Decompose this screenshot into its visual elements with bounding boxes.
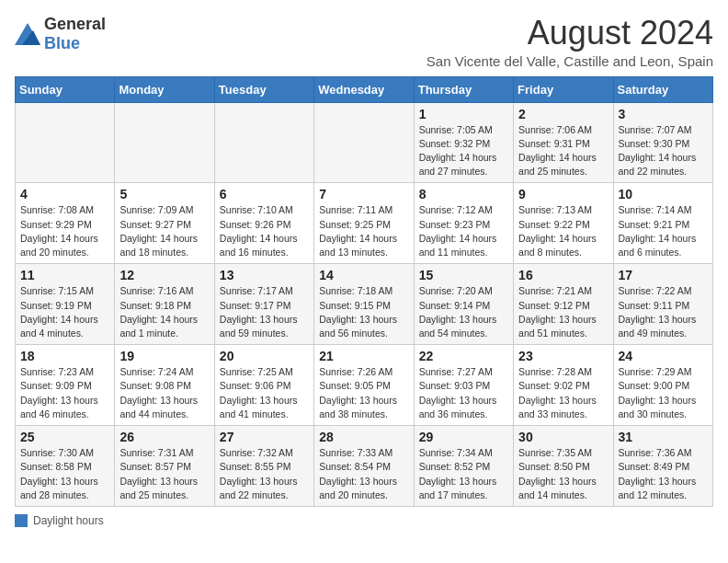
calendar-cell: 23Sunrise: 7:28 AMSunset: 9:02 PMDayligh… xyxy=(514,345,613,426)
day-info: Sunrise: 7:11 AMSunset: 9:25 PMDaylight:… xyxy=(319,203,408,259)
day-info: Sunrise: 7:36 AMSunset: 8:49 PMDaylight:… xyxy=(619,446,708,502)
day-info: Sunrise: 7:26 AMSunset: 9:05 PMDaylight:… xyxy=(319,365,408,421)
calendar-cell xyxy=(314,102,414,183)
day-info: Sunrise: 7:05 AMSunset: 9:32 PMDaylight:… xyxy=(419,123,508,179)
day-number: 17 xyxy=(619,268,708,282)
footer-note: Daylight hours xyxy=(15,514,713,527)
day-info: Sunrise: 7:15 AMSunset: 9:19 PMDaylight:… xyxy=(20,284,109,340)
calendar-week-row: 1Sunrise: 7:05 AMSunset: 9:32 PMDaylight… xyxy=(16,102,713,183)
day-info: Sunrise: 7:30 AMSunset: 8:58 PMDaylight:… xyxy=(20,446,109,502)
day-number: 1 xyxy=(419,107,508,121)
logo-icon xyxy=(15,23,40,45)
calendar-week-row: 18Sunrise: 7:23 AMSunset: 9:09 PMDayligh… xyxy=(16,345,713,426)
calendar-cell: 31Sunrise: 7:36 AMSunset: 8:49 PMDayligh… xyxy=(613,426,712,507)
calendar-cell xyxy=(115,102,214,183)
day-number: 15 xyxy=(419,268,508,282)
calendar-cell: 2Sunrise: 7:06 AMSunset: 9:31 PMDaylight… xyxy=(514,102,613,183)
calendar-cell: 26Sunrise: 7:31 AMSunset: 8:57 PMDayligh… xyxy=(115,426,214,507)
day-info: Sunrise: 7:24 AMSunset: 9:08 PMDaylight:… xyxy=(119,365,209,421)
calendar-cell: 13Sunrise: 7:17 AMSunset: 9:17 PMDayligh… xyxy=(214,264,313,345)
calendar-cell: 22Sunrise: 7:27 AMSunset: 9:03 PMDayligh… xyxy=(414,345,513,426)
calendar-header-row: SundayMondayTuesdayWednesdayThursdayFrid… xyxy=(16,76,713,102)
day-number: 22 xyxy=(419,349,508,363)
day-info: Sunrise: 7:22 AMSunset: 9:11 PMDaylight:… xyxy=(619,284,708,340)
logo-text-blue: Blue xyxy=(44,34,80,52)
calendar-cell: 27Sunrise: 7:32 AMSunset: 8:55 PMDayligh… xyxy=(214,426,313,507)
calendar-cell: 15Sunrise: 7:20 AMSunset: 9:14 PMDayligh… xyxy=(414,264,513,345)
day-number: 29 xyxy=(419,430,508,444)
calendar-cell xyxy=(214,102,313,183)
day-info: Sunrise: 7:34 AMSunset: 8:52 PMDaylight:… xyxy=(419,446,508,502)
calendar-cell: 19Sunrise: 7:24 AMSunset: 9:08 PMDayligh… xyxy=(115,345,214,426)
calendar-day-header: Wednesday xyxy=(314,76,414,102)
day-number: 5 xyxy=(119,187,209,201)
day-info: Sunrise: 7:07 AMSunset: 9:30 PMDaylight:… xyxy=(619,123,708,179)
day-number: 16 xyxy=(518,268,608,282)
calendar-day-header: Saturday xyxy=(613,76,712,102)
day-info: Sunrise: 7:28 AMSunset: 9:02 PMDaylight:… xyxy=(518,365,608,421)
day-number: 9 xyxy=(518,187,608,201)
day-number: 26 xyxy=(119,430,209,444)
day-number: 8 xyxy=(419,187,508,201)
day-info: Sunrise: 7:32 AMSunset: 8:55 PMDaylight:… xyxy=(220,446,309,502)
day-number: 13 xyxy=(220,268,309,282)
day-info: Sunrise: 7:27 AMSunset: 9:03 PMDaylight:… xyxy=(419,365,508,421)
calendar-cell: 24Sunrise: 7:29 AMSunset: 9:00 PMDayligh… xyxy=(613,345,712,426)
calendar-cell: 1Sunrise: 7:05 AMSunset: 9:32 PMDaylight… xyxy=(414,102,513,183)
calendar-cell: 3Sunrise: 7:07 AMSunset: 9:30 PMDaylight… xyxy=(613,102,712,183)
calendar-day-header: Monday xyxy=(115,76,214,102)
day-info: Sunrise: 7:09 AMSunset: 9:27 PMDaylight:… xyxy=(119,203,209,259)
calendar-day-header: Thursday xyxy=(414,76,513,102)
calendar-cell: 12Sunrise: 7:16 AMSunset: 9:18 PMDayligh… xyxy=(115,264,214,345)
day-number: 25 xyxy=(20,430,109,444)
calendar-cell: 25Sunrise: 7:30 AMSunset: 8:58 PMDayligh… xyxy=(16,426,115,507)
calendar-cell: 30Sunrise: 7:35 AMSunset: 8:50 PMDayligh… xyxy=(514,426,613,507)
day-info: Sunrise: 7:35 AMSunset: 8:50 PMDaylight:… xyxy=(518,446,608,502)
calendar-day-header: Sunday xyxy=(16,76,115,102)
day-info: Sunrise: 7:14 AMSunset: 9:21 PMDaylight:… xyxy=(619,203,708,259)
day-number: 4 xyxy=(20,187,109,201)
calendar-table: SundayMondayTuesdayWednesdayThursdayFrid… xyxy=(15,76,713,507)
day-number: 30 xyxy=(518,430,608,444)
day-number: 23 xyxy=(518,349,608,363)
day-info: Sunrise: 7:18 AMSunset: 9:15 PMDaylight:… xyxy=(319,284,408,340)
calendar-week-row: 25Sunrise: 7:30 AMSunset: 8:58 PMDayligh… xyxy=(16,426,713,507)
calendar-cell: 9Sunrise: 7:13 AMSunset: 9:22 PMDaylight… xyxy=(514,183,613,264)
day-number: 12 xyxy=(119,268,209,282)
calendar-cell: 11Sunrise: 7:15 AMSunset: 9:19 PMDayligh… xyxy=(16,264,115,345)
day-number: 18 xyxy=(20,349,109,363)
calendar-cell: 16Sunrise: 7:21 AMSunset: 9:12 PMDayligh… xyxy=(514,264,613,345)
day-number: 6 xyxy=(220,187,309,201)
day-info: Sunrise: 7:16 AMSunset: 9:18 PMDaylight:… xyxy=(119,284,209,340)
page-title: August 2024 xyxy=(427,15,713,52)
day-info: Sunrise: 7:13 AMSunset: 9:22 PMDaylight:… xyxy=(518,203,608,259)
day-info: Sunrise: 7:31 AMSunset: 8:57 PMDaylight:… xyxy=(119,446,209,502)
logo-text-general: General xyxy=(44,15,106,33)
day-number: 28 xyxy=(319,430,408,444)
day-number: 31 xyxy=(619,430,708,444)
footer-note-box xyxy=(15,514,28,527)
day-number: 7 xyxy=(319,187,408,201)
day-info: Sunrise: 7:23 AMSunset: 9:09 PMDaylight:… xyxy=(20,365,109,421)
calendar-week-row: 11Sunrise: 7:15 AMSunset: 9:19 PMDayligh… xyxy=(16,264,713,345)
day-info: Sunrise: 7:20 AMSunset: 9:14 PMDaylight:… xyxy=(419,284,508,340)
calendar-cell: 20Sunrise: 7:25 AMSunset: 9:06 PMDayligh… xyxy=(214,345,313,426)
calendar-cell: 8Sunrise: 7:12 AMSunset: 9:23 PMDaylight… xyxy=(414,183,513,264)
day-info: Sunrise: 7:12 AMSunset: 9:23 PMDaylight:… xyxy=(419,203,508,259)
calendar-cell: 28Sunrise: 7:33 AMSunset: 8:54 PMDayligh… xyxy=(314,426,414,507)
day-number: 27 xyxy=(220,430,309,444)
calendar-day-header: Friday xyxy=(514,76,613,102)
day-info: Sunrise: 7:33 AMSunset: 8:54 PMDaylight:… xyxy=(319,446,408,502)
calendar-cell: 14Sunrise: 7:18 AMSunset: 9:15 PMDayligh… xyxy=(314,264,414,345)
day-number: 21 xyxy=(319,349,408,363)
calendar-cell: 21Sunrise: 7:26 AMSunset: 9:05 PMDayligh… xyxy=(314,345,414,426)
calendar-cell: 18Sunrise: 7:23 AMSunset: 9:09 PMDayligh… xyxy=(16,345,115,426)
calendar-cell: 6Sunrise: 7:10 AMSunset: 9:26 PMDaylight… xyxy=(214,183,313,264)
day-info: Sunrise: 7:08 AMSunset: 9:29 PMDaylight:… xyxy=(20,203,109,259)
calendar-cell: 10Sunrise: 7:14 AMSunset: 9:21 PMDayligh… xyxy=(613,183,712,264)
calendar-cell: 7Sunrise: 7:11 AMSunset: 9:25 PMDaylight… xyxy=(314,183,414,264)
day-number: 14 xyxy=(319,268,408,282)
day-number: 24 xyxy=(619,349,708,363)
day-info: Sunrise: 7:17 AMSunset: 9:17 PMDaylight:… xyxy=(220,284,309,340)
calendar-cell xyxy=(16,102,115,183)
